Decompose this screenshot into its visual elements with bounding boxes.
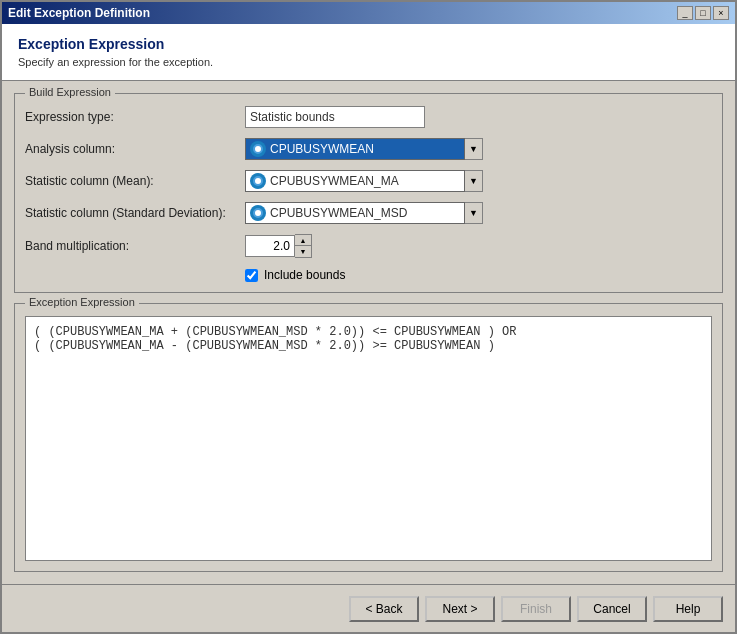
title-bar: Edit Exception Definition _ □ × [2, 2, 735, 24]
cancel-button[interactable]: Cancel [577, 596, 647, 622]
statistic-mean-label: Statistic column (Mean): [25, 174, 245, 188]
header-section: Exception Expression Specify an expressi… [2, 24, 735, 81]
analysis-column-dropdown[interactable]: CPUBUSYWMEAN [245, 138, 465, 160]
back-button[interactable]: < Back [349, 596, 419, 622]
statistic-mean-value: CPUBUSYWMEAN_MA [270, 174, 399, 188]
exception-expression-group: Exception Expression ( (CPUBUSYWMEAN_MA … [14, 303, 723, 572]
band-spinner-up[interactable]: ▲ [295, 235, 311, 246]
statistic-sd-dropdown-row: CPUBUSYWMEAN_MSD ▼ [245, 202, 483, 224]
statistic-mean-row: Statistic column (Mean): CPUBUSYWMEAN_MA… [25, 170, 712, 192]
statistic-mean-dropdown-row: CPUBUSYWMEAN_MA ▼ [245, 170, 483, 192]
analysis-column-label: Analysis column: [25, 142, 245, 156]
statistic-sd-dropdown[interactable]: CPUBUSYWMEAN_MSD [245, 202, 465, 224]
next-button[interactable]: Next > [425, 596, 495, 622]
help-button[interactable]: Help [653, 596, 723, 622]
analysis-column-row: Analysis column: CPUBUSYWMEAN ▼ [25, 138, 712, 160]
analysis-column-dropdown-row: CPUBUSYWMEAN ▼ [245, 138, 483, 160]
include-bounds-row: Include bounds [25, 268, 712, 282]
analysis-column-value: CPUBUSYWMEAN [270, 142, 374, 156]
expression-type-label: Expression type: [25, 110, 245, 124]
footer: < Back Next > Finish Cancel Help [2, 584, 735, 632]
include-bounds-container: Include bounds [245, 268, 345, 282]
statistic-mean-arrow-btn[interactable]: ▼ [465, 170, 483, 192]
minimize-button[interactable]: _ [677, 6, 693, 20]
expression-type-row: Expression type: [25, 106, 712, 128]
analysis-column-icon [250, 141, 266, 157]
header-subtitle: Specify an expression for the exception. [18, 56, 719, 68]
exception-expression-text[interactable]: ( (CPUBUSYWMEAN_MA + (CPUBUSYWMEAN_MSD *… [25, 316, 712, 561]
main-window: Edit Exception Definition _ □ × Exceptio… [0, 0, 737, 634]
band-spinner-buttons: ▲ ▼ [295, 234, 312, 258]
maximize-button[interactable]: □ [695, 6, 711, 20]
exception-expression-label: Exception Expression [25, 296, 139, 308]
build-expression-group: Build Expression Expression type: Analys… [14, 93, 723, 293]
statistic-sd-row: Statistic column (Standard Deviation): C… [25, 202, 712, 224]
statistic-sd-icon [250, 205, 266, 221]
header-title: Exception Expression [18, 36, 719, 52]
statistic-mean-icon [250, 173, 266, 189]
band-label: Band multiplication: [25, 239, 245, 253]
title-bar-controls: _ □ × [677, 6, 729, 20]
analysis-column-arrow-btn[interactable]: ▼ [465, 138, 483, 160]
exception-expression-group-box: Exception Expression ( (CPUBUSYWMEAN_MA … [14, 303, 723, 572]
band-spinner-down[interactable]: ▼ [295, 246, 311, 257]
band-input[interactable] [245, 235, 295, 257]
window-title: Edit Exception Definition [8, 6, 150, 20]
band-spinner-container: ▲ ▼ [245, 234, 312, 258]
statistic-sd-value: CPUBUSYWMEAN_MSD [270, 206, 407, 220]
statistic-sd-label: Statistic column (Standard Deviation): [25, 206, 245, 220]
content-area: Build Expression Expression type: Analys… [2, 81, 735, 584]
include-bounds-checkbox[interactable] [245, 269, 258, 282]
finish-button[interactable]: Finish [501, 596, 571, 622]
build-expression-label: Build Expression [25, 86, 115, 98]
close-button[interactable]: × [713, 6, 729, 20]
include-bounds-label: Include bounds [264, 268, 345, 282]
statistic-sd-arrow-btn[interactable]: ▼ [465, 202, 483, 224]
band-multiplication-row: Band multiplication: ▲ ▼ [25, 234, 712, 258]
statistic-mean-dropdown[interactable]: CPUBUSYWMEAN_MA [245, 170, 465, 192]
expression-type-input[interactable] [245, 106, 425, 128]
